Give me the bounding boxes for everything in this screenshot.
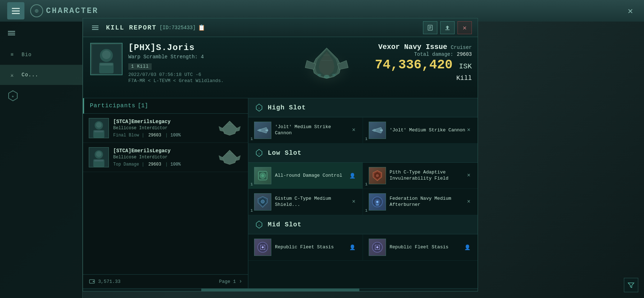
item-icon-afterburner bbox=[369, 193, 386, 211]
app-title: CHARACTER bbox=[46, 6, 98, 15]
item-icon-cannon-1 bbox=[254, 122, 271, 139]
modal-close-button[interactable]: ✕ bbox=[457, 21, 472, 34]
sidebar: ≡ Bio ⚔ Co... ★ bbox=[0, 22, 83, 298]
svg-rect-28 bbox=[94, 160, 103, 162]
item-user-icon-stasis-1: 👤 bbox=[348, 243, 357, 252]
item-name-stasis-2: Republic Fleet Stasis bbox=[390, 244, 463, 250]
main-menu-button[interactable] bbox=[7, 2, 24, 19]
item-remove-shield[interactable]: × bbox=[350, 197, 357, 207]
victim-avatar bbox=[90, 43, 123, 75]
svg-point-53 bbox=[262, 246, 264, 248]
low-slot-icon: ⚔ bbox=[254, 148, 264, 158]
item-name-control: All-round Damage Control bbox=[275, 173, 348, 179]
svg-point-27 bbox=[96, 152, 101, 157]
participant-2-stats: Top Damage | 29603 | 100% bbox=[113, 162, 217, 167]
stat-label-1: Final Blow bbox=[113, 133, 139, 138]
svg-text:⚔: ⚔ bbox=[258, 152, 260, 155]
slot-item[interactable]: 1 Federation Navy Medium Afterburner bbox=[363, 189, 478, 215]
slot-item[interactable]: 1 'Jolt' Medium Strike Cannon × bbox=[248, 117, 363, 144]
victim-face bbox=[91, 44, 122, 74]
svg-rect-6 bbox=[445, 30, 450, 30]
export-button[interactable] bbox=[440, 21, 455, 34]
total-damage-value: 29603 bbox=[457, 51, 472, 57]
sidebar-navigation: ≡ Bio ⚔ Co... ★ bbox=[0, 45, 82, 107]
svg-point-31 bbox=[93, 281, 94, 282]
slot-item[interactable]: 1 'Jolt' Medium Strike Cannon × bbox=[363, 117, 478, 144]
page-amount: 3,571.33 bbox=[98, 279, 120, 284]
slot-item-active[interactable]: 1 All-round Damage Control 👤 bbox=[248, 163, 363, 189]
item-icon-stasis-1 bbox=[254, 239, 271, 256]
item-remove-1[interactable]: × bbox=[350, 126, 357, 135]
filter-button[interactable] bbox=[624, 278, 638, 292]
item-info-1: 'Jolt' Medium Strike Cannon bbox=[275, 124, 350, 136]
participant-2-name: [STCA]EmerilsLegacy bbox=[113, 148, 217, 154]
participant-1-stats: Final Blow | 29603 | 100% bbox=[113, 133, 217, 138]
item-name-shield: Gistum C-Type Medium Shield... bbox=[275, 196, 350, 208]
horizontal-scrollbar[interactable] bbox=[83, 288, 478, 291]
slot-item[interactable]: Republic Fleet Stasis 👤 bbox=[248, 234, 363, 261]
kill-info-header: [PHX]S.Joris Warp Scramble Strength: 4 1… bbox=[83, 37, 478, 98]
kill-report-modal: KILL REPORT [ID:7325433] 📋 bbox=[83, 18, 478, 292]
sidebar-combat-label: Co... bbox=[22, 72, 38, 78]
total-damage-label: Total damage: bbox=[414, 51, 453, 57]
participants-title: Participants bbox=[90, 103, 135, 109]
participant-1-ship-img bbox=[217, 119, 242, 137]
slot-item[interactable]: 1 Gistum C-Type Medium Shield... × bbox=[248, 189, 363, 215]
item-icon-shield bbox=[254, 193, 271, 211]
item-remove-afterburner[interactable]: × bbox=[465, 197, 472, 207]
participants-count: [1] bbox=[138, 103, 148, 109]
modal-menu-button[interactable] bbox=[89, 21, 102, 34]
combat-icon: ⚔ bbox=[7, 70, 17, 80]
item-remove-armor[interactable]: × bbox=[465, 171, 472, 180]
high-slot-icon: ⚔ bbox=[254, 103, 264, 113]
stat-pct-1: 100% bbox=[170, 133, 181, 138]
ship-image-area bbox=[291, 41, 363, 98]
hamburger-icon bbox=[12, 8, 20, 14]
ship-type: Vexor Navy Issue bbox=[378, 43, 447, 51]
low-slot-header: ⚔ Low Slot bbox=[248, 144, 478, 163]
sidebar-item-bio[interactable]: ≡ Bio bbox=[0, 45, 82, 65]
scrollbar-thumb[interactable] bbox=[201, 289, 359, 291]
item-qty: 1 bbox=[250, 208, 253, 213]
top-close-button[interactable]: ✕ bbox=[624, 4, 637, 17]
item-qty: 1 bbox=[365, 182, 368, 186]
item-qty: 1 bbox=[250, 182, 253, 186]
sidebar-menu-button[interactable] bbox=[4, 26, 19, 40]
mid-slot-items: Republic Fleet Stasis 👤 bbox=[248, 234, 478, 261]
svg-text:★: ★ bbox=[12, 94, 14, 99]
item-info-shield: Gistum C-Type Medium Shield... bbox=[275, 196, 350, 208]
modal-container: KILL REPORT [ID:7325433] 📋 bbox=[83, 18, 478, 292]
svg-point-10 bbox=[102, 50, 111, 59]
next-page-button[interactable]: › bbox=[239, 278, 242, 285]
participant-2-ship: Bellicose Interdictor bbox=[113, 155, 217, 160]
participant-item[interactable]: [STCA]EmerilsLegacy Bellicose Interdicto… bbox=[83, 143, 248, 172]
participant-item[interactable]: [STCA]EmerilsLegacy Bellicose Interdicto… bbox=[83, 114, 248, 143]
sidebar-item-combat[interactable]: ⚔ Co... bbox=[0, 65, 82, 85]
loadout-panel: ⚔ High Slot 1 bbox=[248, 98, 478, 288]
item-remove-2[interactable]: × bbox=[465, 126, 472, 135]
stat-label-2: Top Damage bbox=[113, 162, 139, 167]
medals-hex-icon: ★ bbox=[7, 90, 19, 101]
slot-item[interactable]: Republic Fleet Stasis 👤 bbox=[363, 234, 478, 261]
copy-id-icon[interactable]: 📋 bbox=[198, 24, 205, 31]
modal-content: Participants [1] bbox=[83, 98, 478, 288]
stat-damage-2: 29603 bbox=[148, 162, 161, 167]
item-name-armor: Pith C-Type Adaptive Invulnerability Fie… bbox=[390, 170, 465, 182]
char-circle-icon: ⊕ bbox=[30, 4, 43, 17]
isk-label: ISK bbox=[459, 62, 472, 71]
item-user-icon: 👤 bbox=[348, 171, 357, 180]
slot-item[interactable]: 1 Pith C-Type Adaptive Invulnerability F… bbox=[363, 163, 478, 189]
char-logo: ⊕ CHARACTER bbox=[30, 4, 98, 17]
participant-1-avatar bbox=[89, 118, 109, 138]
item-icon-stasis-2 bbox=[369, 239, 386, 256]
svg-point-44 bbox=[261, 200, 264, 203]
item-name-afterburner: Federation Navy Medium Afterburner bbox=[390, 196, 465, 208]
modal-actions: ✕ bbox=[423, 21, 472, 34]
sidebar-item-medals[interactable]: ★ bbox=[0, 85, 82, 107]
sidebar-bio-label: Bio bbox=[22, 52, 32, 58]
participant-2-info: [STCA]EmerilsLegacy Bellicose Interdicto… bbox=[113, 148, 217, 167]
participants-panel: Participants [1] bbox=[83, 98, 248, 288]
clipboard-button[interactable] bbox=[423, 21, 437, 34]
item-icon-armor bbox=[369, 167, 386, 184]
svg-point-37 bbox=[373, 129, 376, 132]
